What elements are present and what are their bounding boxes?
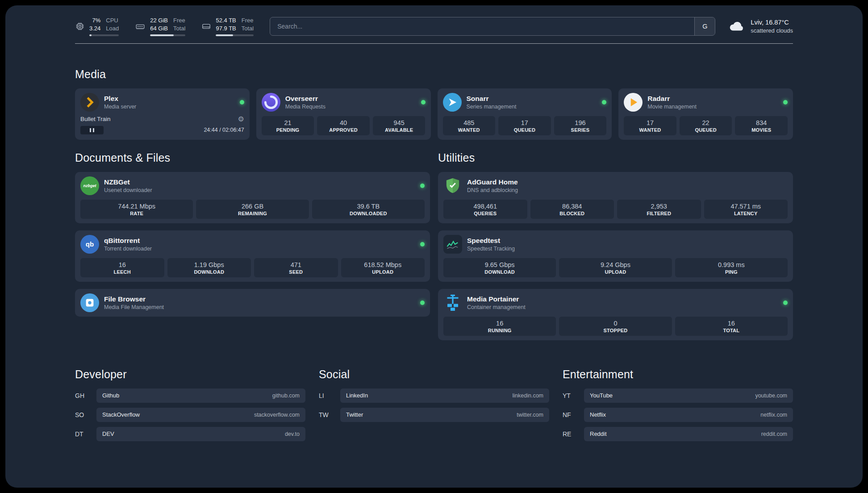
stats-row: 16 RUNNING 0 STOPPED 16 TOTAL xyxy=(443,317,788,336)
stat-label: WANTED xyxy=(626,127,675,133)
search-input[interactable] xyxy=(270,17,694,35)
stat-tile: 40 APPROVED xyxy=(317,116,370,135)
stat-tile: 945 AVAILABLE xyxy=(373,116,426,135)
stat-value: 1.19 Gbps xyxy=(169,261,250,268)
weather-widget: Lviv, 16.87°C scattered clouds xyxy=(729,18,793,35)
app-link-plex[interactable]: Plex Media server xyxy=(80,93,244,112)
memory-total-label: Total xyxy=(173,25,185,33)
bookmark-link-youtube[interactable]: YouTube youtube.com xyxy=(584,389,793,403)
bookmark-row: RE Reddit reddit.com xyxy=(563,427,793,441)
app-link-overseerr[interactable]: Overseerr Media Requests xyxy=(262,93,426,112)
stat-value: 0.993 ms xyxy=(677,261,786,268)
stat-tile: 21 PENDING xyxy=(262,116,314,135)
disk-free-label: Free xyxy=(242,17,254,25)
stat-label: REMAINING xyxy=(198,211,307,216)
bookmark-domain: github.com xyxy=(272,393,300,399)
stat-tile: 22 QUEUED xyxy=(680,116,732,135)
bookmark-link-stackoverflow[interactable]: StackOverflow stackoverflow.com xyxy=(96,408,305,422)
playback-time: 24:44 / 02:06:47 xyxy=(204,127,244,133)
card-nzbget: nzbget NZBGet Usenet downloader 744.21 M… xyxy=(75,172,430,223)
app-subtitle: Media server xyxy=(104,104,136,110)
stat-value: 17 xyxy=(500,119,549,126)
bookmark-link-reddit[interactable]: Reddit reddit.com xyxy=(584,427,793,441)
app-link-filebrowser[interactable]: File Browser Media File Management xyxy=(80,293,425,312)
disk-readout: 52.4 TB Free 97.9 TB Total xyxy=(216,17,254,36)
app-subtitle: DNS and adblocking xyxy=(467,187,518,193)
app-link-adguard[interactable]: AdGuard Home DNS and adblocking xyxy=(443,176,788,195)
nzbget-icon: nzbget xyxy=(80,176,99,195)
pause-button[interactable] xyxy=(80,126,104,134)
stat-tile: 0 STOPPED xyxy=(559,317,672,336)
two-column-area: Documents & Files nzbget NZBGet Usenet d… xyxy=(75,151,793,340)
app-link-radarr[interactable]: Radarr Movie management xyxy=(624,93,788,112)
qbittorrent-icon: qb xyxy=(80,235,99,254)
bookmark-link-github[interactable]: Github github.com xyxy=(96,389,305,403)
app-link-portainer[interactable]: Media Portainer Container management xyxy=(443,293,788,312)
stat-label: PING xyxy=(677,269,786,275)
weather-text: Lviv, 16.87°C scattered clouds xyxy=(751,18,793,35)
stat-label: DOWNLOADED xyxy=(314,211,423,216)
stats-row: 21 PENDING 40 APPROVED 945 AVAILABLE xyxy=(262,116,426,135)
memory-progress-fill xyxy=(150,34,173,36)
bookmark-name: Reddit xyxy=(590,430,607,437)
documents-column: Documents & Files nzbget NZBGet Usenet d… xyxy=(75,151,430,340)
app-name: qBittorrent xyxy=(104,237,152,245)
plex-icon xyxy=(80,93,99,112)
bookmark-domain: netflix.com xyxy=(760,412,787,418)
stat-value: 16 xyxy=(445,320,554,327)
cpu-readout: 7% CPU 3.24 Load xyxy=(89,17,119,36)
card-plex: Plex Media server Bullet Train ⚙ 24:44 /… xyxy=(75,88,250,140)
status-dot xyxy=(421,100,426,104)
bookmark-link-linkedin[interactable]: LinkedIn linkedin.com xyxy=(340,389,549,403)
stat-tile: 86,384 BLOCKED xyxy=(530,200,614,219)
app-name: Overseerr xyxy=(285,95,326,103)
stat-label: SERIES xyxy=(556,127,605,133)
search-bar: G xyxy=(270,17,715,36)
stat-value: 21 xyxy=(263,119,313,126)
stat-label: AVAILABLE xyxy=(375,127,424,133)
stat-label: QUERIES xyxy=(445,211,526,216)
app-meta: Plex Media server xyxy=(104,95,136,110)
app-link-nzbget[interactable]: nzbget NZBGet Usenet downloader xyxy=(80,176,425,195)
bookmark-name: Twitter xyxy=(346,411,363,418)
section-title-media: Media xyxy=(75,68,793,81)
stat-tile: 744.21 Mbps RATE xyxy=(80,200,193,219)
adguard-icon xyxy=(443,176,462,195)
app-link-speedtest[interactable]: Speedtest Speedtest Tracking xyxy=(443,235,788,254)
bookmark-link-twitter[interactable]: Twitter twitter.com xyxy=(340,408,549,422)
stat-label: UPLOAD xyxy=(561,269,670,275)
bookmarks-area: Developer GH Github github.com SO StackO… xyxy=(75,368,793,446)
stat-tile: 834 MOVIES xyxy=(735,116,788,135)
bookmark-link-dev[interactable]: DEV dev.to xyxy=(96,427,305,441)
gear-icon[interactable]: ⚙ xyxy=(238,116,244,123)
stat-value: 17 xyxy=(626,119,675,126)
weather-location: Lviv, 16.87°C xyxy=(751,18,793,27)
bookmark-row: NF Netflix netflix.com xyxy=(563,408,793,422)
app-link-qbittorrent[interactable]: qb qBittorrent Torrent downloader xyxy=(80,235,425,254)
bookmark-name: StackOverflow xyxy=(102,411,140,418)
stats-row: 9.65 Gbps DOWNLOAD 9.24 Gbps UPLOAD 0.99… xyxy=(443,258,788,277)
stat-tile: 498,461 QUERIES xyxy=(443,200,527,219)
stat-tile: 16 LEECH xyxy=(80,258,164,277)
bookmarks-developer: Developer GH Github github.com SO StackO… xyxy=(75,368,305,446)
bookmark-domain: reddit.com xyxy=(761,431,787,437)
stats-row: 17 WANTED 22 QUEUED 834 MOVIES xyxy=(624,116,788,135)
stat-label: RUNNING xyxy=(445,328,554,333)
stat-label: RATE xyxy=(82,211,191,216)
stat-value: 9.24 Gbps xyxy=(561,261,670,268)
stat-label: LEECH xyxy=(82,269,163,275)
bookmark-abbr: TW xyxy=(319,411,334,418)
disk-widget: 52.4 TB Free 97.9 TB Total xyxy=(201,17,254,36)
search-provider-button[interactable]: G xyxy=(694,17,715,35)
bookmark-abbr: NF xyxy=(563,411,578,418)
disk-progress-bar xyxy=(216,34,254,36)
stat-value: 498,461 xyxy=(445,203,526,210)
app-link-sonarr[interactable]: Sonarr Series management xyxy=(443,93,607,112)
sonarr-icon xyxy=(443,93,462,112)
bookmark-link-netflix[interactable]: Netflix netflix.com xyxy=(584,408,793,422)
status-dot xyxy=(240,100,244,104)
bookmarks-social: Social LI LinkedIn linkedin.com TW Twitt… xyxy=(319,368,549,446)
app-meta: Media Portainer Container management xyxy=(467,295,526,310)
memory-free-label: Free xyxy=(173,17,185,25)
stat-tile: 47.571 ms LATENCY xyxy=(704,200,788,219)
